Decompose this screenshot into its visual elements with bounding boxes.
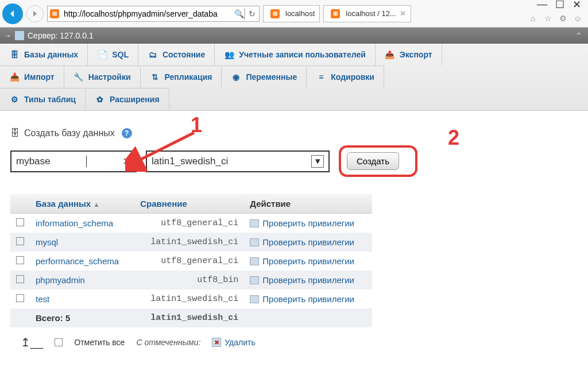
export-icon: 📤 [385,49,395,60]
privileges-icon [250,257,259,265]
row-collation: latin1_swedish_ci [134,290,244,308]
row-collation: latin1_swedish_ci [134,233,244,252]
plugin-icon: ✿ [95,94,105,105]
col-action: Действие [244,194,372,214]
refresh-icon[interactable]: ↻ [245,9,259,18]
browser-tab-1[interactable]: ⊞ localhost [263,5,320,22]
breadcrumb: → Сервер: 127.0.0.1 ⌃ [0,28,588,44]
chevron-down-icon: ▾ [311,155,324,168]
tab-variables[interactable]: ◉Переменные [222,65,307,88]
arrow-right-icon: → [3,31,11,40]
totals-label: Всего: 5 [30,308,134,327]
wrench-icon: 🔧 [74,72,84,82]
totals-collation: latin1_swedish_ci [134,308,244,327]
check-privileges-link[interactable]: Проверить привилегии [262,237,354,247]
database-link[interactable]: information_schema [36,218,113,228]
row-checkbox[interactable] [16,218,24,226]
table-row: testlatin1_swedish_ciПроверить привилеги… [10,290,372,308]
svg-line-0 [137,133,194,161]
privileges-icon [250,295,259,303]
tab-extensions[interactable]: ✿Расширения [86,88,169,110]
row-collation: utf8_bin [134,271,244,290]
xampp-icon: ⊞ [270,9,280,18]
database-add-icon: 🗄 [10,128,21,138]
browser-bar: ⊞ 🔍 ↻ ⊞ localhost ⊞ localhost / 12... ✕ … [0,0,588,28]
tab-export[interactable]: 📤Экспорт [376,44,442,65]
main-nav: 🗄Базы данных 📄SQL 🗂Состояние 👥Учетные за… [0,44,588,111]
tab-tabletypes[interactable]: ⚙Типы таблиц [0,88,86,110]
search-icon[interactable]: 🔍 [234,9,244,18]
tab-encodings[interactable]: ≡Кодировки [307,65,384,88]
tab-databases[interactable]: 🗄Базы данных [0,44,88,65]
tab-status[interactable]: 🗂Состояние [138,44,215,65]
annotation-box-2: Создать [339,145,417,177]
xampp-icon: ⊞ [50,9,59,18]
col-collation[interactable]: Сравнение [134,194,244,214]
smile-icon[interactable]: ☺ [572,13,583,24]
annotation-2: 2 [448,126,459,150]
table-row: performance_schemautf8_general_ciПровери… [10,252,372,271]
database-link[interactable]: phpmyadmin [36,275,85,285]
window-controls: — ☐ ✕ [530,0,588,11]
address-bar[interactable]: ⊞ 🔍 ↻ [47,6,260,22]
xampp-icon: ⊞ [331,9,340,18]
close-icon[interactable]: ✕ [400,9,406,18]
maximize-button[interactable]: ☐ [555,0,564,11]
privileges-icon [250,219,259,227]
arrow-up-icon: ↥__ [21,335,43,349]
check-all-label: Отметить все [74,338,125,347]
privileges-icon [250,276,259,284]
sort-asc-icon: ▲ [93,201,99,208]
row-checkbox[interactable] [16,294,24,302]
check-privileges-link[interactable]: Проверить привилегии [262,275,354,285]
close-button[interactable]: ✕ [572,0,581,11]
table-row: information_schemautf8_general_ciПровери… [10,214,372,233]
privileges-icon [250,238,259,246]
delete-button[interactable]: ✖ Удалить [212,338,255,347]
forward-button[interactable] [26,5,44,22]
content: 1 2 🗄 Создать базу данных ? mybase ✕ lat… [0,111,588,375]
tab-sql[interactable]: 📄SQL [88,44,138,65]
database-link[interactable]: test [36,294,49,304]
delete-icon: ✖ [212,338,221,347]
browser-tab-2[interactable]: ⊞ localhost / 12... ✕ [323,5,411,22]
tab-import[interactable]: 📥Импорт [0,65,64,88]
collapse-icon[interactable]: ⌃ [575,31,582,40]
check-privileges-link[interactable]: Проверить привилегии [262,218,354,228]
row-collation: utf8_general_ci [134,252,244,271]
create-button[interactable]: Создать [347,152,399,170]
status-icon: 🗂 [148,49,158,60]
home-icon[interactable]: ⌂ [527,13,539,24]
tabletype-icon: ⚙ [9,94,20,105]
sql-icon: 📄 [97,49,107,60]
row-checkbox[interactable] [16,256,24,264]
create-db-heading: 🗄 Создать базу данных [10,128,115,138]
check-privileges-link[interactable]: Проверить привилегии [262,294,354,304]
check-privileges-link[interactable]: Проверить привилегии [262,256,354,266]
import-icon: 📥 [9,72,20,82]
favorites-icon[interactable]: ☆ [542,13,554,24]
database-table: База данных ▲ Сравнение Действие informa… [10,194,372,327]
col-database[interactable]: База данных ▲ [30,194,134,214]
server-label: Сервер: 127.0.0.1 [28,31,94,40]
variables-icon: ◉ [231,72,241,82]
tab-label: localhost / 12... [346,9,396,18]
replication-icon: ⇅ [150,72,160,82]
annotation-arrow-icon [125,127,200,173]
server-icon [15,31,24,40]
row-checkbox[interactable] [16,275,24,283]
tab-label: localhost [285,9,315,18]
database-name-input[interactable]: mybase ✕ [10,150,137,172]
row-checkbox[interactable] [16,237,24,245]
check-all-checkbox[interactable] [55,338,63,346]
table-footer: ↥__ Отметить все С отмеченными: ✖ Удалит… [10,327,578,357]
database-link[interactable]: mysql [36,237,58,247]
tab-replication[interactable]: ⇅Репликация [141,65,222,88]
tab-accounts[interactable]: 👥Учетные записи пользователей [215,44,376,65]
gear-icon[interactable]: ⚙ [557,13,568,24]
minimize-button[interactable]: — [537,0,547,11]
tab-settings[interactable]: 🔧Настройки [64,65,141,88]
back-button[interactable] [2,3,23,24]
url-input[interactable] [61,9,234,18]
database-link[interactable]: performance_schema [36,256,119,266]
